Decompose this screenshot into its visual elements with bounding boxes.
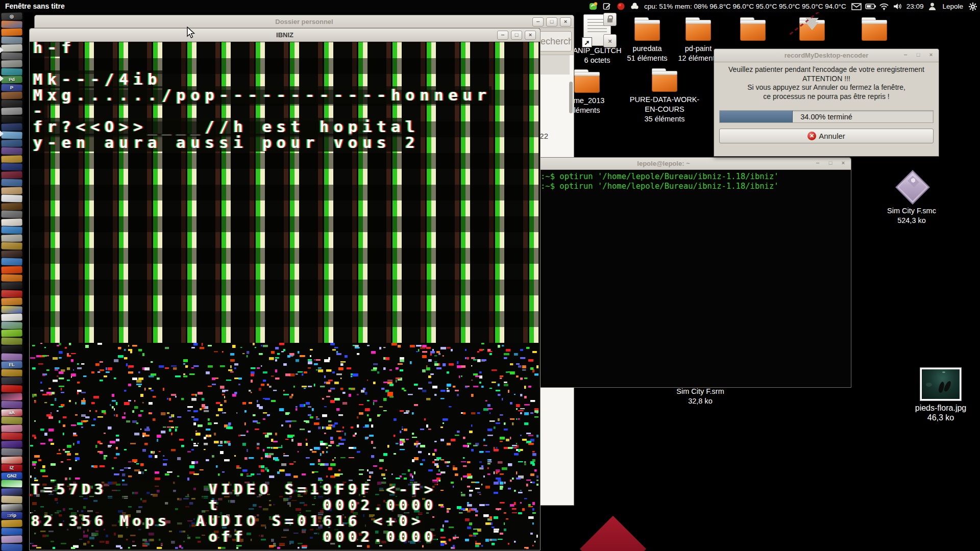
ibniz-titlebar[interactable]: IBNIZ ‒ □ ×: [30, 29, 540, 42]
dock-icon-gimp-face[interactable]: [1, 107, 22, 116]
mail-icon[interactable]: [851, 2, 860, 11]
dock-icon-speaker-orange[interactable]: [1, 273, 22, 282]
scrollbar-thumb[interactable]: [569, 82, 573, 113]
dock-icon-bird-blue[interactable]: [1, 226, 22, 235]
folder-icon: [652, 71, 677, 92]
dock-icon-fractal[interactable]: [1, 440, 22, 448]
dock-icon-firefox[interactable]: [1, 20, 22, 29]
dock-icon-game-yellow[interactable]: [1, 305, 22, 314]
close-button[interactable]: ×: [838, 159, 848, 167]
dock-icon-fl-blue[interactable]: FL: [1, 361, 22, 369]
dock-icon-photos[interactable]: [1, 495, 22, 504]
minimize-button[interactable]: ‒: [532, 17, 544, 27]
dock-icon-keyboard-glitch[interactable]: [1, 345, 22, 354]
dock-icon-bar-blue[interactable]: [1, 178, 22, 187]
clock[interactable]: 23:09: [906, 3, 924, 10]
record-icon[interactable]: [617, 2, 625, 11]
dock-icon-puredata[interactable]: Pd: [1, 76, 22, 84]
dock-icon-shapes-purple[interactable]: [1, 146, 22, 155]
dock-icon-laptop[interactable]: [1, 52, 22, 60]
dock-icon-x-red[interactable]: [1, 384, 22, 393]
dock-icon-sushi[interactable]: [1, 416, 22, 424]
maximize-button[interactable]: □: [511, 31, 522, 40]
dock-icon-cd-gold[interactable]: [1, 519, 22, 528]
dock-icon-ubuntu[interactable]: ◎: [1, 12, 22, 20]
desktop-icon-puredata[interactable]: puredata 51 éléments: [622, 20, 673, 63]
user-menu[interactable]: Lepole: [942, 3, 963, 10]
wifi-icon[interactable]: [879, 2, 888, 11]
dock-icon-terminal-app[interactable]: [1, 281, 22, 290]
desktop-icon-folder4[interactable]: [735, 20, 771, 41]
minimize-button[interactable]: ‒: [497, 31, 508, 40]
desktop-icon-simcity-smc[interactable]: Sim City F.smc 524,3 ko: [879, 168, 944, 226]
dock-icon-cd-pink[interactable]: [1, 424, 22, 433]
dock-icon-fonts[interactable]: aA: [1, 408, 22, 417]
chat-icon[interactable]: !: [589, 2, 598, 11]
cancel-label: Annuler: [819, 132, 845, 140]
dock-icon-cd-lavender[interactable]: [1, 535, 22, 543]
dock-icon-ice-purple[interactable]: [1, 400, 22, 409]
dock-icon-rip-blue[interactable]: ::rip: [1, 511, 22, 520]
dock-icon-s-pink[interactable]: [1, 392, 22, 401]
ibniz-status-line: t 0002.0000: [31, 497, 437, 513]
cancel-button[interactable]: ✕ Annuler: [719, 129, 934, 143]
dock-icon-wave-blue[interactable]: [1, 258, 22, 266]
dock-icon-folder[interactable]: [1, 28, 22, 36]
dock-icon-calculator[interactable]: [1, 59, 22, 68]
desktop-icon-pure-data-work[interactable]: PURE-DATA-WORK- EN-COURS 35 éléments: [622, 71, 707, 124]
dock-icon-piano[interactable]: [1, 313, 22, 321]
maximize-button[interactable]: □: [825, 159, 836, 167]
dock-icon-arrow-green[interactable]: [1, 329, 22, 338]
desktop-icon-pieds-flora[interactable]: pieds-flora.jpg 46,3 ko: [903, 367, 978, 422]
battery-icon[interactable]: [865, 2, 874, 11]
encoder-title: recordMyDesktop-encoder: [785, 52, 869, 59]
compose-icon[interactable]: [603, 2, 611, 11]
dock-icon-qr-white[interactable]: [1, 194, 22, 203]
dock-icon-iz-red[interactable]: IZ: [1, 464, 22, 472]
folder-icon: [574, 72, 600, 93]
dock-icon-ubuntuone[interactable]: [1, 265, 22, 274]
dock-icon-blue-end[interactable]: [1, 543, 22, 551]
dock-icon-blender[interactable]: [1, 297, 22, 306]
dock-icon-tools-red[interactable]: [1, 289, 22, 298]
message-line: Si vous appuyez sur Annuler ou fermez la…: [714, 83, 939, 92]
close-button[interactable]: ×: [525, 31, 536, 40]
dock-icon-gold[interactable]: [1, 242, 22, 251]
search-input[interactable]: echerche: [539, 31, 572, 52]
dock-icon-draw-blue[interactable]: [1, 131, 22, 139]
desktop-icon-folder6[interactable]: [856, 20, 892, 41]
dock-icon-globe[interactable]: [1, 139, 22, 147]
dock-icon-pencils-tan[interactable]: [1, 186, 22, 195]
dock-icon-gray-app[interactable]: [1, 447, 22, 456]
dock-icon-search-gold[interactable]: [1, 155, 22, 163]
dock-icon-cd-red[interactable]: [1, 432, 22, 440]
dock-icon-laptop2[interactable]: [1, 210, 22, 219]
dock-icon-x-blue[interactable]: [1, 162, 22, 171]
dock-icon-al-dark[interactable]: [1, 377, 22, 385]
terminal-line: :~$ optirun '/home/lepole/Bureau/ibniz-1…: [541, 172, 779, 182]
ibniz-canvas[interactable]: h-f Mk---/4ibMxg....../pop------------ho…: [30, 42, 538, 549]
gear-icon[interactable]: [968, 2, 977, 11]
running-indicator-arrow: [0, 131, 4, 137]
maximize-button[interactable]: □: [546, 17, 557, 27]
dock-icon-figures-blue[interactable]: [1, 123, 22, 132]
close-button[interactable]: ×: [560, 17, 571, 27]
dock-icon-firefox-ball[interactable]: [1, 91, 22, 100]
close-button[interactable]: ×: [926, 51, 936, 59]
dock-icon-panel-app[interactable]: [1, 36, 22, 44]
dock-icon-maroon[interactable]: [1, 170, 22, 179]
tray-app-icon[interactable]: [630, 2, 639, 11]
desktop-icon-anip-glitch[interactable]: × ➚ ANIP_GLITCH 6 octets: [571, 14, 624, 65]
desktop-icon-simcity-srm[interactable]: Sim City F.srm 32,8 ko: [668, 387, 733, 406]
minimize-button[interactable]: ‒: [813, 159, 823, 167]
minimize-button[interactable]: ‒: [900, 51, 911, 59]
file-manager-titlebar[interactable]: Dossier personnel ‒ □ ×: [35, 15, 574, 28]
maximize-button[interactable]: □: [913, 51, 923, 59]
desktop-icon-folder-download[interactable]: [794, 20, 830, 41]
dock-icon-robot-blue[interactable]: [1, 527, 22, 536]
dock-icon-sketch[interactable]: [1, 43, 22, 52]
volume-icon[interactable]: [893, 2, 901, 11]
encoder-titlebar[interactable]: recordMyDesktop-encoder ‒ □ ×: [714, 49, 939, 62]
icon-label: puredata: [622, 44, 673, 54]
dock-icon-circle-green[interactable]: [1, 480, 22, 488]
